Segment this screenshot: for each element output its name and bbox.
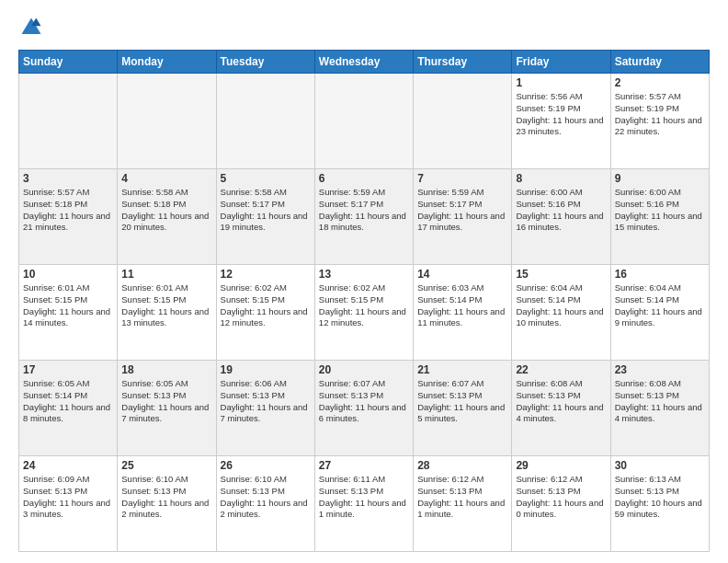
day-info: Sunrise: 5:57 AMSunset: 5:19 PMDaylight:…: [615, 91, 705, 138]
day-number: 27: [319, 459, 409, 472]
calendar-cell: 9Sunrise: 6:00 AMSunset: 5:16 PMDaylight…: [610, 169, 709, 265]
day-number: 6: [319, 172, 409, 185]
day-info: Sunrise: 5:58 AMSunset: 5:18 PMDaylight:…: [121, 187, 211, 234]
calendar-cell: 19Sunrise: 6:06 AMSunset: 5:13 PMDayligh…: [216, 361, 314, 456]
calendar-cell: 29Sunrise: 6:12 AMSunset: 5:13 PMDayligh…: [512, 456, 610, 552]
page: SundayMondayTuesdayWednesdayThursdayFrid…: [0, 0, 728, 563]
day-info: Sunrise: 6:12 AMSunset: 5:13 PMDaylight:…: [417, 474, 507, 521]
day-number: 14: [417, 268, 507, 281]
calendar-cell: 3Sunrise: 5:57 AMSunset: 5:18 PMDaylight…: [19, 169, 118, 265]
calendar-cell: 11Sunrise: 6:01 AMSunset: 5:15 PMDayligh…: [118, 265, 216, 361]
calendar-cell: 25Sunrise: 6:10 AMSunset: 5:13 PMDayligh…: [118, 456, 216, 552]
calendar-cell: 2Sunrise: 5:57 AMSunset: 5:19 PMDaylight…: [610, 74, 709, 169]
day-info: Sunrise: 6:02 AMSunset: 5:15 PMDaylight:…: [319, 282, 409, 329]
calendar-cell: 10Sunrise: 6:01 AMSunset: 5:15 PMDayligh…: [19, 265, 118, 361]
day-info: Sunrise: 6:03 AMSunset: 5:14 PMDaylight:…: [417, 282, 507, 329]
day-number: 30: [615, 459, 705, 472]
day-info: Sunrise: 6:09 AMSunset: 5:13 PMDaylight:…: [23, 474, 113, 521]
day-info: Sunrise: 6:07 AMSunset: 5:13 PMDaylight:…: [319, 378, 409, 425]
calendar-day-header: Friday: [512, 51, 610, 74]
header: [18, 15, 710, 40]
calendar-cell: 21Sunrise: 6:07 AMSunset: 5:13 PMDayligh…: [414, 361, 512, 456]
logo: [18, 15, 48, 40]
calendar-cell: 28Sunrise: 6:12 AMSunset: 5:13 PMDayligh…: [414, 456, 512, 552]
day-number: 9: [615, 172, 705, 185]
day-info: Sunrise: 6:08 AMSunset: 5:13 PMDaylight:…: [516, 378, 606, 425]
calendar-week-row: 24Sunrise: 6:09 AMSunset: 5:13 PMDayligh…: [19, 456, 710, 552]
calendar-cell: 27Sunrise: 6:11 AMSunset: 5:13 PMDayligh…: [314, 456, 413, 552]
day-number: 22: [516, 363, 606, 376]
calendar-cell: 14Sunrise: 6:03 AMSunset: 5:14 PMDayligh…: [414, 265, 512, 361]
calendar-day-header: Thursday: [414, 51, 512, 74]
day-number: 10: [23, 268, 113, 281]
calendar-week-row: 3Sunrise: 5:57 AMSunset: 5:18 PMDaylight…: [19, 169, 710, 265]
day-number: 4: [121, 172, 211, 185]
day-info: Sunrise: 6:12 AMSunset: 5:13 PMDaylight:…: [516, 474, 606, 521]
day-number: 18: [121, 363, 211, 376]
day-info: Sunrise: 6:05 AMSunset: 5:13 PMDaylight:…: [121, 378, 211, 425]
calendar-week-row: 17Sunrise: 6:05 AMSunset: 5:14 PMDayligh…: [19, 361, 710, 456]
day-info: Sunrise: 6:10 AMSunset: 5:13 PMDaylight:…: [221, 474, 311, 521]
calendar-cell: [19, 74, 118, 169]
day-number: 11: [121, 268, 211, 281]
day-number: 16: [615, 268, 705, 281]
day-info: Sunrise: 5:57 AMSunset: 5:18 PMDaylight:…: [23, 187, 113, 234]
calendar-cell: 7Sunrise: 5:59 AMSunset: 5:17 PMDaylight…: [414, 169, 512, 265]
calendar-cell: 30Sunrise: 6:13 AMSunset: 5:13 PMDayligh…: [610, 456, 709, 552]
calendar-cell: 15Sunrise: 6:04 AMSunset: 5:14 PMDayligh…: [512, 265, 610, 361]
calendar-cell: 4Sunrise: 5:58 AMSunset: 5:18 PMDaylight…: [118, 169, 216, 265]
day-info: Sunrise: 5:58 AMSunset: 5:17 PMDaylight:…: [221, 187, 311, 234]
day-number: 29: [516, 459, 606, 472]
calendar-cell: [216, 74, 314, 169]
logo-icon: [18, 15, 44, 40]
day-info: Sunrise: 6:08 AMSunset: 5:13 PMDaylight:…: [615, 378, 705, 425]
calendar-cell: [118, 74, 216, 169]
calendar-day-header: Tuesday: [216, 51, 314, 74]
day-number: 26: [221, 459, 311, 472]
day-info: Sunrise: 6:04 AMSunset: 5:14 PMDaylight:…: [615, 282, 705, 329]
day-info: Sunrise: 6:01 AMSunset: 5:15 PMDaylight:…: [23, 282, 113, 329]
calendar-cell: 17Sunrise: 6:05 AMSunset: 5:14 PMDayligh…: [19, 361, 118, 456]
calendar-cell: 13Sunrise: 6:02 AMSunset: 5:15 PMDayligh…: [314, 265, 413, 361]
calendar-cell: 12Sunrise: 6:02 AMSunset: 5:15 PMDayligh…: [216, 265, 314, 361]
day-number: 2: [615, 76, 705, 89]
calendar-day-header: Sunday: [19, 51, 118, 74]
calendar-header-row: SundayMondayTuesdayWednesdayThursdayFrid…: [19, 51, 710, 74]
calendar-cell: 16Sunrise: 6:04 AMSunset: 5:14 PMDayligh…: [610, 265, 709, 361]
day-number: 20: [319, 363, 409, 376]
day-number: 17: [23, 363, 113, 376]
calendar-cell: 5Sunrise: 5:58 AMSunset: 5:17 PMDaylight…: [216, 169, 314, 265]
day-number: 5: [221, 172, 311, 185]
calendar-cell: 18Sunrise: 6:05 AMSunset: 5:13 PMDayligh…: [118, 361, 216, 456]
day-number: 1: [516, 76, 606, 89]
day-number: 21: [417, 363, 507, 376]
calendar-cell: 1Sunrise: 5:56 AMSunset: 5:19 PMDaylight…: [512, 74, 610, 169]
day-info: Sunrise: 6:13 AMSunset: 5:13 PMDaylight:…: [615, 474, 705, 521]
day-info: Sunrise: 6:07 AMSunset: 5:13 PMDaylight:…: [417, 378, 507, 425]
calendar-day-header: Monday: [118, 51, 216, 74]
day-info: Sunrise: 5:59 AMSunset: 5:17 PMDaylight:…: [319, 187, 409, 234]
day-number: 24: [23, 459, 113, 472]
calendar-cell: [414, 74, 512, 169]
calendar-day-header: Saturday: [610, 51, 709, 74]
day-number: 23: [615, 363, 705, 376]
calendar-cell: 26Sunrise: 6:10 AMSunset: 5:13 PMDayligh…: [216, 456, 314, 552]
day-number: 15: [516, 268, 606, 281]
calendar-cell: 23Sunrise: 6:08 AMSunset: 5:13 PMDayligh…: [610, 361, 709, 456]
calendar-cell: 22Sunrise: 6:08 AMSunset: 5:13 PMDayligh…: [512, 361, 610, 456]
day-info: Sunrise: 6:01 AMSunset: 5:15 PMDaylight:…: [121, 282, 211, 329]
calendar-cell: 6Sunrise: 5:59 AMSunset: 5:17 PMDaylight…: [314, 169, 413, 265]
day-info: Sunrise: 6:02 AMSunset: 5:15 PMDaylight:…: [221, 282, 311, 329]
day-number: 19: [221, 363, 311, 376]
day-number: 25: [121, 459, 211, 472]
day-info: Sunrise: 5:56 AMSunset: 5:19 PMDaylight:…: [516, 91, 606, 138]
calendar-cell: 24Sunrise: 6:09 AMSunset: 5:13 PMDayligh…: [19, 456, 118, 552]
day-number: 3: [23, 172, 113, 185]
day-info: Sunrise: 5:59 AMSunset: 5:17 PMDaylight:…: [417, 187, 507, 234]
day-info: Sunrise: 6:00 AMSunset: 5:16 PMDaylight:…: [615, 187, 705, 234]
day-info: Sunrise: 6:00 AMSunset: 5:16 PMDaylight:…: [516, 187, 606, 234]
day-number: 7: [417, 172, 507, 185]
calendar-table: SundayMondayTuesdayWednesdayThursdayFrid…: [18, 50, 710, 552]
day-number: 8: [516, 172, 606, 185]
day-info: Sunrise: 6:04 AMSunset: 5:14 PMDaylight:…: [516, 282, 606, 329]
